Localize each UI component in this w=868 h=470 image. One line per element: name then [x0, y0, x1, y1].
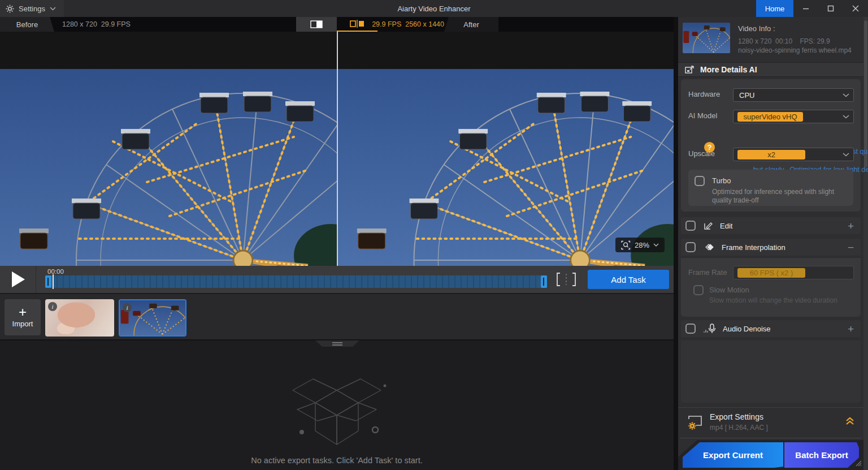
edit-feature-row[interactable]: Edit +: [681, 217, 861, 234]
ferris-wheel-after: [338, 69, 674, 266]
export-settings-icon: [686, 415, 704, 434]
slow-motion-description: Slow motion will change the video durati…: [709, 296, 837, 304]
video-info-filename: noisy-video-spinning ferris wheel.mp4: [738, 46, 852, 54]
minimize-button[interactable]: [793, 0, 818, 17]
window-controls: Home: [756, 0, 868, 17]
chevron-down-icon: [843, 115, 849, 119]
video-info-title: Video Info :: [738, 24, 775, 33]
play-icon: [11, 271, 25, 288]
info-icon[interactable]: i: [123, 303, 132, 312]
frame-interpolation-collapse-button[interactable]: −: [848, 242, 854, 253]
close-icon: [852, 5, 859, 12]
maximize-button[interactable]: [818, 0, 843, 17]
ai-model-label: AI Model: [688, 111, 717, 120]
video-compare-area: 28%: [0, 32, 674, 266]
edit-checkbox[interactable]: [685, 221, 696, 231]
settings-sidebar: Video Info : 1280 x 720 00:10 FPS: 29.9 …: [678, 17, 863, 470]
section-title: More Details AI: [700, 65, 757, 74]
slow-motion-checkbox[interactable]: [693, 285, 704, 295]
letterbox-top: [338, 32, 674, 69]
view-mode-single-button[interactable]: [296, 17, 337, 32]
chevron-down-icon: [653, 243, 659, 247]
turbo-description: Optimized for inference speed with sligh…: [712, 188, 845, 205]
upscale-select[interactable]: x2: [733, 148, 854, 161]
ai-model-select[interactable]: superVideo vHQ: [733, 110, 854, 123]
ai-model-value: superVideo vHQ: [737, 112, 803, 122]
frame-interpolation-checkbox[interactable]: [685, 242, 696, 252]
hardware-select[interactable]: CPU: [733, 88, 854, 102]
video-panel-before[interactable]: [0, 32, 337, 266]
ferris-wheel-before: [0, 69, 337, 266]
single-view-icon: [310, 20, 323, 28]
enhance-expand-icon: [685, 66, 695, 74]
split-view-icon: [350, 20, 364, 28]
view-mode-toggles: [296, 17, 377, 32]
audio-denoise-row[interactable]: Audio Denoise +: [681, 320, 861, 337]
media-bin: + Import i: [0, 293, 674, 340]
batch-export-button[interactable]: Batch Export: [784, 442, 859, 468]
queue-drag-handle[interactable]: [315, 340, 359, 347]
export-settings-collapse-button[interactable]: [845, 417, 854, 428]
trim-tool-button[interactable]: [554, 270, 579, 288]
trim-start-handle[interactable]: [45, 275, 51, 288]
edit-expand-button[interactable]: +: [848, 221, 854, 231]
frame-rate-value: 60 FPS ( x2 ): [737, 268, 805, 278]
turbo-label: Turbo: [712, 176, 731, 185]
play-button[interactable]: [0, 266, 36, 293]
app-window: Settings Aiarty Video Enhancer Home Befo…: [0, 0, 868, 470]
zoom-level-control[interactable]: 28%: [615, 238, 665, 252]
upscale-label: Upscale: [688, 149, 715, 158]
queue-empty-message: No active export tasks. Click 'Add Task'…: [0, 456, 674, 465]
media-thumbnail-ferris-selected[interactable]: i: [119, 299, 186, 337]
frame-rate-select[interactable]: 60 FPS ( x2 ): [733, 266, 854, 279]
settings-menu-button[interactable]: Settings: [0, 0, 64, 17]
source-resolution-fps: 1280 x 720 29.9 FPS: [54, 17, 131, 32]
empty-box-illustration: [280, 362, 393, 455]
tab-after[interactable]: After: [444, 17, 498, 32]
gear-icon: [6, 5, 14, 13]
export-format-value: mp4 [ H.264, AAC ]: [710, 424, 768, 432]
audio-denoise-expand-button[interactable]: +: [848, 324, 854, 334]
playback-bar: 00:00 Add Task: [0, 266, 674, 293]
titlebar: Settings Aiarty Video Enhancer Home: [0, 0, 868, 17]
turbo-checkbox[interactable]: [695, 176, 705, 186]
export-current-button[interactable]: Export Current: [683, 442, 783, 468]
sidebar-scrollbar[interactable]: [863, 17, 868, 470]
chevron-down-icon: [50, 7, 56, 11]
playhead-caret[interactable]: [53, 274, 54, 289]
ai-settings-panel: Hardware CPU AI Model superVideo vHQ ? s…: [681, 79, 861, 212]
close-button[interactable]: [843, 0, 868, 17]
frame-interpolation-icon: [704, 243, 715, 252]
home-button[interactable]: Home: [756, 0, 793, 17]
video-info-thumbnail: [683, 23, 730, 53]
frame-interpolation-row[interactable]: Frame Interpolation −: [681, 239, 861, 256]
hardware-value: CPU: [734, 91, 754, 100]
window-resize-grip[interactable]: [854, 459, 862, 469]
audio-denoise-label: Audio Denoise: [723, 325, 771, 333]
export-task-queue: No active export tasks. Click 'Add Task'…: [0, 340, 674, 470]
video-panel-after[interactable]: 28%: [338, 32, 674, 266]
window-title: Aiarty Video Enhancer: [0, 5, 868, 13]
export-settings-row[interactable]: Export Settings mp4 [ H.264, AAC ]: [678, 407, 863, 438]
trim-brackets-icon: [555, 272, 577, 287]
timeline-track[interactable]: [45, 275, 547, 288]
export-buttons-container: Export Current Batch Export: [678, 440, 863, 470]
before-video-frame: [0, 69, 337, 266]
trim-end-handle[interactable]: [541, 275, 547, 288]
import-label: Import: [12, 320, 33, 328]
add-task-button[interactable]: Add Task: [588, 270, 669, 289]
maximize-icon: [827, 5, 834, 12]
media-thumbnail-baby[interactable]: i: [45, 299, 114, 337]
info-icon[interactable]: i: [48, 302, 57, 311]
video-info-block: Video Info : 1280 x 720 00:10 FPS: 29.9 …: [678, 17, 863, 60]
audio-denoise-icon: [704, 324, 716, 334]
output-fps-resolution: 29.9 FPS 2560 x 1440: [372, 17, 444, 32]
import-button[interactable]: + Import: [5, 299, 41, 335]
slow-motion-label: Slow Motion: [709, 286, 749, 294]
tab-before[interactable]: Before: [0, 17, 54, 32]
audio-denoise-panel: [681, 340, 861, 403]
plus-icon: +: [19, 307, 27, 318]
audio-denoise-checkbox[interactable]: [685, 324, 696, 334]
export-settings-label: Export Settings: [710, 412, 763, 421]
column-divider: [674, 17, 678, 470]
